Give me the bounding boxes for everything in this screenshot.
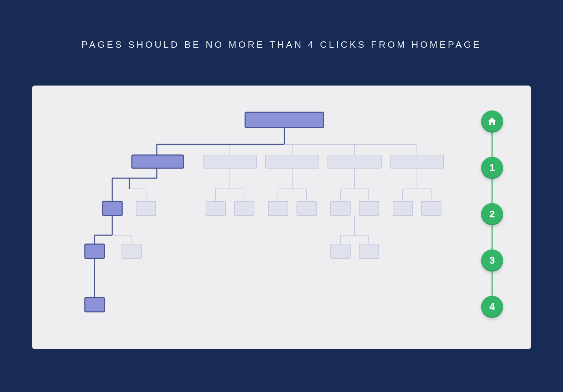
highlighted-node-level1 (132, 155, 184, 168)
ghost-node-level2 (422, 201, 441, 216)
highlighted-node-level3 (85, 244, 104, 258)
depth-badge-4: 4 (481, 296, 503, 318)
page-title: PAGES SHOULD BE NO MORE THAN 4 CLICKS FR… (0, 0, 563, 50)
ghost-node-level2 (234, 201, 254, 216)
depth-badge-2: 2 (481, 203, 503, 225)
ghost-node-level2 (359, 201, 379, 216)
ghost-node-level2 (393, 201, 413, 216)
highlighted-node-level4 (85, 298, 104, 312)
ghost-node-level3 (359, 244, 379, 258)
diagram-card: 1 2 3 4 (32, 86, 531, 349)
ghost-node-level1 (203, 155, 257, 168)
ghost-node-level1 (390, 155, 444, 168)
ghost-node-level1 (265, 155, 319, 168)
sitemap-diagram (32, 86, 531, 349)
ghost-node-level2 (297, 201, 316, 216)
ghost-node-level2 (268, 201, 288, 216)
ghost-node-level1 (328, 155, 381, 168)
ghost-node-level2 (331, 201, 350, 216)
highlighted-node-level2 (103, 201, 122, 216)
ghost-node-level2 (206, 201, 226, 216)
home-icon (487, 116, 497, 127)
ghost-node-level3 (331, 244, 350, 258)
depth-badge-3: 3 (481, 249, 503, 272)
highlighted-node-home (245, 112, 324, 128)
depth-badge-1: 1 (481, 157, 503, 179)
depth-badge-home (481, 110, 503, 133)
ghost-node-level3 (122, 244, 141, 258)
ghost-node-level2 (136, 201, 156, 216)
